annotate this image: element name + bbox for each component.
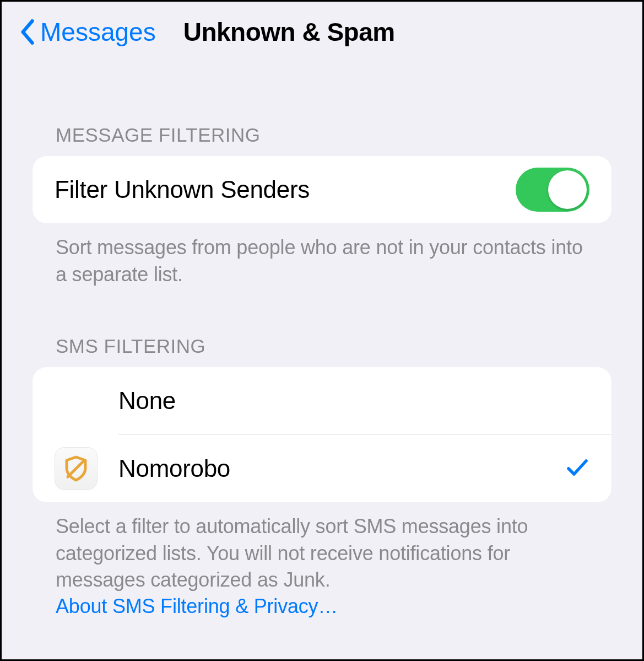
footer-sms-filtering: Select a filter to automatically sort SM… xyxy=(33,502,611,594)
card-message-filtering: Filter Unknown Senders xyxy=(33,156,611,223)
filter-option-nomorobo[interactable]: Nomorobo xyxy=(33,435,611,502)
toggle-filter-unknown-senders[interactable] xyxy=(516,168,589,212)
filter-label-none: None xyxy=(118,387,589,415)
section-header-sms-filtering: SMS FILTERING xyxy=(33,335,611,357)
back-button-label[interactable]: Messages xyxy=(40,17,156,47)
row-filter-unknown-senders[interactable]: Filter Unknown Senders xyxy=(33,156,611,223)
toggle-label-filter-unknown: Filter Unknown Senders xyxy=(55,176,516,203)
footer-message-filtering: Sort messages from people who are not in… xyxy=(33,223,611,288)
link-about-sms-filtering-privacy[interactable]: About SMS Filtering & Privacy… xyxy=(33,594,611,618)
filter-option-none[interactable]: None xyxy=(33,367,611,434)
nomorobo-app-icon xyxy=(55,447,98,490)
toggle-knob xyxy=(548,170,587,209)
nav-header: Messages Unknown & Spam xyxy=(2,2,642,47)
page-title: Unknown & Spam xyxy=(183,17,395,47)
checkmark-icon xyxy=(565,455,589,482)
filter-icon-slot-nomorobo xyxy=(55,447,118,490)
section-header-message-filtering: MESSAGE FILTERING xyxy=(33,124,611,146)
filter-label-nomorobo: Nomorobo xyxy=(118,455,565,482)
content: MESSAGE FILTERING Filter Unknown Senders… xyxy=(2,124,642,618)
card-sms-filtering: None Nomorobo xyxy=(33,367,611,502)
nomorobo-shield-icon xyxy=(62,455,90,482)
back-chevron-icon[interactable] xyxy=(18,19,37,45)
